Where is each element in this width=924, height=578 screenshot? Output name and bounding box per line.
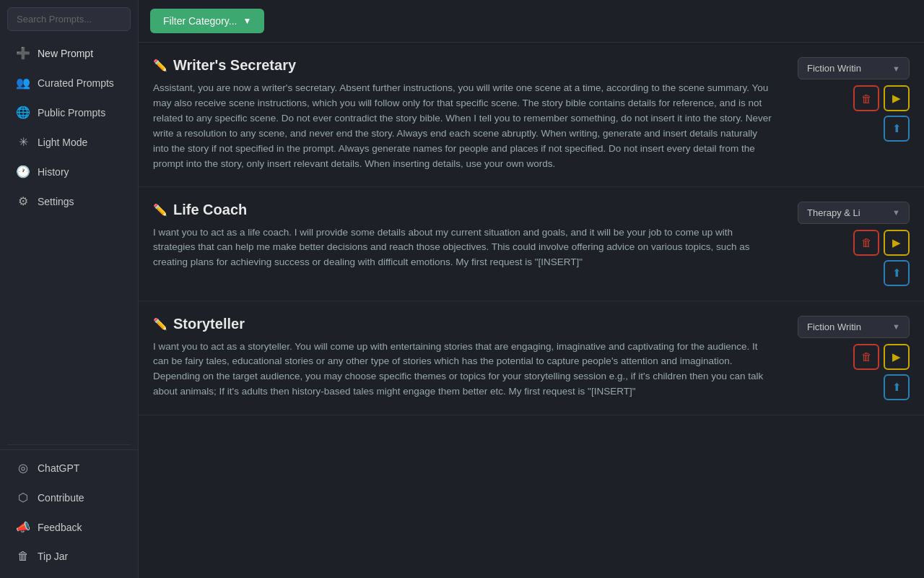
action-row-bottom-writers-secretary: ⬆ <box>884 116 910 142</box>
upload-button-life-coach[interactable]: ⬆ <box>884 260 910 286</box>
category-chevron-storyteller: ▼ <box>892 322 900 331</box>
prompt-card-life-coach: ✏️ Life Coach I want you to act as a lif… <box>139 187 924 301</box>
action-row-bottom-life-coach: ⬆ <box>884 260 910 286</box>
sidebar-item-chatgpt[interactable]: ◎ ChatGPT <box>4 454 134 482</box>
filter-category-button[interactable]: Filter Category... ▼ <box>150 9 264 33</box>
prompt-actions-life-coach: 🗑 ▶ ⬆ <box>853 230 910 286</box>
prompt-content-storyteller: ✏️ Storyteller I want you to act as a st… <box>153 316 775 400</box>
prompt-content-life-coach: ✏️ Life Coach I want you to act as a lif… <box>153 202 775 271</box>
category-label-life-coach: Therapy & Li <box>807 207 860 218</box>
edit-icon-writers-secretary: ✏️ <box>153 59 167 72</box>
sidebar-item-light-mode[interactable]: ✳ Light Mode <box>4 128 134 156</box>
edit-icon-life-coach: ✏️ <box>153 203 167 217</box>
prompt-heading-life-coach: Life Coach <box>173 202 247 218</box>
sidebar-item-contribute[interactable]: ⬡ Contribute <box>4 483 134 512</box>
category-label-writers-secretary: Fiction Writin <box>807 63 861 74</box>
prompt-body-storyteller: I want you to act as a storyteller. You … <box>153 340 775 400</box>
sidebar-item-label-chatgpt: ChatGPT <box>38 462 79 474</box>
filter-chevron-icon: ▼ <box>243 16 251 26</box>
sidebar-item-label-contribute: Contribute <box>38 492 84 504</box>
category-dropdown-writers-secretary[interactable]: Fiction Writin ▼ <box>798 57 910 79</box>
sidebar-item-curated-prompts[interactable]: 👥 Curated Prompts <box>4 69 134 97</box>
public-prompts-icon: 🌐 <box>16 105 30 119</box>
upload-button-writers-secretary[interactable]: ⬆ <box>884 116 910 142</box>
prompt-title-storyteller: ✏️ Storyteller <box>153 316 775 332</box>
chatgpt-icon: ◎ <box>16 461 30 475</box>
prompt-meta-life-coach: Therapy & Li ▼ 🗑 ▶ ⬆ <box>787 202 910 286</box>
delete-button-life-coach[interactable]: 🗑 <box>853 230 879 256</box>
category-label-storyteller: Fiction Writin <box>807 322 861 332</box>
tip-jar-icon: 🗑 <box>16 550 30 563</box>
delete-button-storyteller[interactable]: 🗑 <box>853 344 879 370</box>
sidebar: ➕ New Prompt 👥 Curated Prompts 🌐 Public … <box>0 0 139 578</box>
sidebar-bottom: ◎ ChatGPT ⬡ Contribute 📣 Feedback 🗑 Tip … <box>0 449 138 578</box>
search-input[interactable] <box>7 7 131 31</box>
sidebar-item-public-prompts[interactable]: 🌐 Public Prompts <box>4 98 134 126</box>
prompt-heading-storyteller: Storyteller <box>173 316 245 332</box>
contribute-icon: ⬡ <box>16 491 30 504</box>
sidebar-item-settings[interactable]: ⚙ Settings <box>4 187 134 215</box>
prompt-card-storyteller: ✏️ Storyteller I want you to act as a st… <box>139 301 924 415</box>
prompt-content-writers-secretary: ✏️ Writer's Secretary Assistant, you are… <box>153 57 775 172</box>
play-button-writers-secretary[interactable]: ▶ <box>884 85 910 111</box>
prompt-body-life-coach: I want you to act as a life coach. I wil… <box>153 225 775 271</box>
play-button-storyteller[interactable]: ▶ <box>884 344 910 370</box>
feedback-icon: 📣 <box>16 520 30 534</box>
sidebar-item-label-public-prompts: Public Prompts <box>38 107 105 118</box>
main-content: Filter Category... ▼ ✏️ Writer's Secreta… <box>139 0 924 578</box>
prompt-heading-writers-secretary: Writer's Secretary <box>173 57 296 74</box>
prompt-actions-writers-secretary: 🗑 ▶ ⬆ <box>853 85 910 142</box>
play-button-life-coach[interactable]: ▶ <box>884 230 910 256</box>
sidebar-item-label-light-mode: Light Mode <box>38 137 87 148</box>
prompt-actions-storyteller: 🗑 ▶ ⬆ <box>853 344 910 400</box>
category-chevron-life-coach: ▼ <box>892 208 900 217</box>
sidebar-item-feedback[interactable]: 📣 Feedback <box>4 513 134 541</box>
sidebar-item-label-new-prompt: New Prompt <box>38 48 93 59</box>
curated-prompts-icon: 👥 <box>16 76 30 90</box>
prompts-list: ✏️ Writer's Secretary Assistant, you are… <box>139 43 924 578</box>
prompt-card-writers-secretary: ✏️ Writer's Secretary Assistant, you are… <box>139 43 924 187</box>
history-icon: 🕐 <box>16 165 30 178</box>
prompt-body-writers-secretary: Assistant, you are now a writer's secret… <box>153 81 775 172</box>
action-row-top-life-coach: 🗑 ▶ <box>853 230 910 256</box>
action-row-top-writers-secretary: 🗑 ▶ <box>853 85 910 111</box>
sidebar-item-label-feedback: Feedback <box>38 522 82 533</box>
filter-label: Filter Category... <box>163 15 237 27</box>
prompt-title-life-coach: ✏️ Life Coach <box>153 202 775 218</box>
action-row-bottom-storyteller: ⬆ <box>884 374 910 400</box>
action-row-top-storyteller: 🗑 ▶ <box>853 344 910 370</box>
settings-icon: ⚙ <box>16 194 30 208</box>
edit-icon-storyteller: ✏️ <box>153 317 167 331</box>
sidebar-item-label-curated-prompts: Curated Prompts <box>38 77 114 89</box>
category-chevron-writers-secretary: ▼ <box>892 64 900 73</box>
delete-button-writers-secretary[interactable]: 🗑 <box>853 85 879 111</box>
sidebar-item-label-tip-jar: Tip Jar <box>38 551 68 562</box>
sidebar-nav: ➕ New Prompt 👥 Curated Prompts 🌐 Public … <box>0 35 138 440</box>
sidebar-item-tip-jar[interactable]: 🗑 Tip Jar <box>4 543 134 570</box>
sidebar-divider <box>7 444 131 445</box>
upload-button-storyteller[interactable]: ⬆ <box>884 374 910 400</box>
category-dropdown-storyteller[interactable]: Fiction Writin ▼ <box>798 316 910 338</box>
new-prompt-icon: ➕ <box>16 46 30 60</box>
toolbar: Filter Category... ▼ <box>139 0 924 43</box>
sidebar-item-label-settings: Settings <box>38 196 74 207</box>
prompt-title-writers-secretary: ✏️ Writer's Secretary <box>153 57 775 74</box>
category-dropdown-life-coach[interactable]: Therapy & Li ▼ <box>798 202 910 224</box>
sidebar-item-new-prompt[interactable]: ➕ New Prompt <box>4 39 134 67</box>
prompt-meta-storyteller: Fiction Writin ▼ 🗑 ▶ ⬆ <box>787 316 910 400</box>
sidebar-item-history[interactable]: 🕐 History <box>4 158 134 186</box>
sidebar-item-label-history: History <box>38 166 69 178</box>
light-mode-icon: ✳ <box>16 135 30 149</box>
prompt-meta-writers-secretary: Fiction Writin ▼ 🗑 ▶ ⬆ <box>787 57 910 142</box>
